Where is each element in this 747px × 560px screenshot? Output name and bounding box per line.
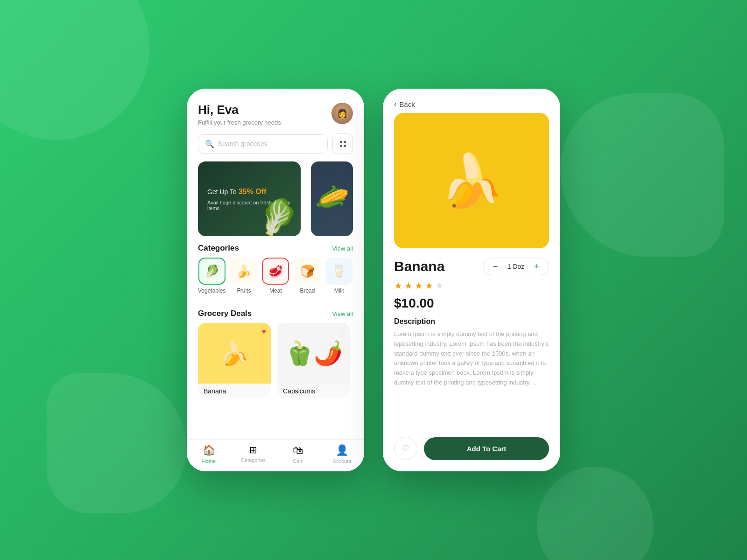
add-to-cart-button[interactable]: Add To Cart <box>424 437 549 460</box>
category-vegetables-icon: 🥬 <box>198 258 226 285</box>
description-title: Description <box>394 317 549 326</box>
promo-banner-side: 🌽 <box>311 161 353 236</box>
back-label: Back <box>399 100 415 108</box>
home-header: Hi, Eva Fulfill your fresh grocery needs… <box>187 89 364 133</box>
deal-capsicums-heart[interactable]: ♡ <box>339 328 345 336</box>
home-nav-label: Home <box>202 458 216 464</box>
search-row: 🔍 Search groceries <box>187 133 364 161</box>
product-price: $10.00 <box>394 296 549 311</box>
quantity-value: 1 Doz <box>507 263 525 270</box>
promo-banner-area: Get Up To 35% Off Avail huge discount on… <box>187 161 364 236</box>
categories-view-all[interactable]: View all <box>332 245 353 252</box>
category-bread[interactable]: 🍞 Bread <box>294 258 321 294</box>
banner-side-veggie: 🌽 <box>314 181 350 217</box>
categories-nav-icon: ⊞ <box>249 444 257 455</box>
screen-product-detail: ‹ Back 🍌 Banana − 1 Doz + ★ <box>383 89 560 471</box>
banner-line1: Get Up To 35% Off <box>207 188 266 196</box>
deal-capsicums-name: Capsicums <box>277 384 350 398</box>
deals-header: Grocery Deals View all <box>187 301 364 323</box>
back-button[interactable]: ‹ Back <box>383 89 560 113</box>
account-nav-icon: 👤 <box>336 444 348 456</box>
categories-header: Categories View all <box>187 236 364 258</box>
nav-account[interactable]: 👤 Account <box>320 444 364 464</box>
nav-home[interactable]: 🏠 Home <box>187 444 231 464</box>
deal-banana-image: 🍌 <box>198 323 271 384</box>
category-milk-label: Milk <box>334 287 344 294</box>
quantity-decrease-button[interactable]: − <box>490 261 501 272</box>
promo-banner-main[interactable]: Get Up To 35% Off Avail huge discount on… <box>198 161 301 236</box>
avatar[interactable]: 👩 <box>331 103 353 124</box>
category-fruits-icon: 🍌 <box>230 258 257 285</box>
category-milk-icon: 🥛 <box>325 258 352 285</box>
nav-cart[interactable]: 🛍 Cart <box>275 444 320 464</box>
category-vegetables-label: Vegetables <box>198 287 226 294</box>
deal-banana-name: Banana <box>198 384 271 398</box>
greeting-title: Hi, Eva <box>198 103 281 117</box>
screens-container: Hi, Eva Fulfill your fresh grocery needs… <box>187 89 560 471</box>
star-4: ★ <box>425 280 433 291</box>
filter-dots-icon <box>340 141 346 147</box>
product-details: Banana − 1 Doz + ★ ★ ★ ★ ★ $10.00 Descri… <box>383 248 560 429</box>
avatar-image: 👩 <box>331 103 353 124</box>
category-milk[interactable]: 🥛 Milk <box>325 258 352 294</box>
banner-vegetable-icon: 🥬 <box>255 195 301 236</box>
deal-card-banana[interactable]: 🍌 ♥ Banana <box>198 323 271 398</box>
wishlist-button[interactable]: ♡ <box>394 437 417 460</box>
search-icon: 🔍 <box>205 140 214 148</box>
categories-row: 🥬 Vegetables 🍌 Fruits 🥩 Meat 🍞 Bread 🥛 <box>187 258 364 301</box>
product-name: Banana <box>394 259 444 274</box>
search-box[interactable]: 🔍 Search groceries <box>198 134 328 154</box>
greeting: Hi, Eva Fulfill your fresh grocery needs <box>198 103 281 126</box>
star-1: ★ <box>394 280 402 291</box>
home-nav-icon: 🏠 <box>203 444 215 456</box>
screen-home: Hi, Eva Fulfill your fresh grocery needs… <box>187 89 364 471</box>
product-description: Lorem Ipsum is simply dummy text of the … <box>394 329 549 388</box>
cart-nav-icon: 🛍 <box>293 444 303 456</box>
deals-row: 🍌 ♥ Banana 🫑🌶️ ♡ Capsicums <box>187 323 364 398</box>
bg-decoration-3 <box>560 93 724 257</box>
filter-button[interactable] <box>332 133 353 154</box>
bg-decoration-2 <box>47 373 187 513</box>
bg-decoration-1 <box>0 0 149 140</box>
category-bread-icon: 🍞 <box>294 258 321 285</box>
action-bar: ♡ Add To Cart <box>383 429 560 471</box>
category-meat[interactable]: 🥩 Meat <box>262 258 289 294</box>
deal-card-capsicums[interactable]: 🫑🌶️ ♡ Capsicums <box>277 323 350 398</box>
nav-categories[interactable]: ⊞ Categories <box>231 444 275 464</box>
account-nav-label: Account <box>333 458 352 464</box>
search-placeholder: Search groceries <box>218 140 268 147</box>
star-5: ★ <box>435 280 444 291</box>
category-bread-label: Bread <box>300 287 315 294</box>
banner-highlight: 35% Off <box>239 188 267 196</box>
star-2: ★ <box>404 280 413 291</box>
greeting-subtitle: Fulfill your fresh grocery needs <box>198 119 281 126</box>
star-3: ★ <box>415 280 423 291</box>
categories-title: Categories <box>198 244 239 253</box>
back-chevron-icon: ‹ <box>394 100 396 108</box>
quantity-increase-button[interactable]: + <box>531 261 542 272</box>
cart-nav-label: Cart <box>293 458 303 464</box>
product-image-area: 🍌 <box>394 113 549 248</box>
categories-nav-label: Categories <box>241 457 266 463</box>
category-vegetables[interactable]: 🥬 Vegetables <box>198 258 226 294</box>
deals-view-all[interactable]: View all <box>332 310 353 317</box>
product-name-row: Banana − 1 Doz + <box>394 258 549 275</box>
deals-title: Grocery Deals <box>198 309 252 318</box>
banner-side-inner: 🌽 <box>311 161 353 236</box>
deal-banana-heart[interactable]: ♥ <box>262 328 267 336</box>
product-detail-content: ‹ Back 🍌 Banana − 1 Doz + ★ <box>383 89 560 471</box>
heart-icon: ♡ <box>402 443 409 454</box>
product-rating: ★ ★ ★ ★ ★ <box>394 280 549 291</box>
bottom-nav: 🏠 Home ⊞ Categories 🛍 Cart 👤 Account <box>187 439 364 471</box>
home-content: Hi, Eva Fulfill your fresh grocery needs… <box>187 89 364 439</box>
quantity-control: − 1 Doz + <box>483 258 549 275</box>
category-fruits[interactable]: 🍌 Fruits <box>230 258 257 294</box>
category-meat-icon: 🥩 <box>262 258 289 285</box>
category-fruits-label: Fruits <box>237 287 251 294</box>
bg-decoration-4 <box>537 467 654 560</box>
category-meat-label: Meat <box>269 287 282 294</box>
banana-product-image: 🍌 <box>394 113 549 248</box>
